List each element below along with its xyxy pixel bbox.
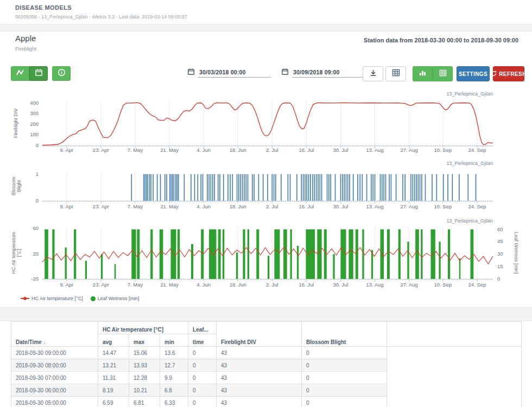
svg-text:10. Sep: 10. Sep xyxy=(434,204,452,209)
table-cell: 6.8 xyxy=(160,384,188,397)
table-cell: 43 xyxy=(217,372,302,384)
table-cell: 11.31 xyxy=(98,372,129,384)
table-cell: 0 xyxy=(302,397,387,407)
svg-text:16. Jul: 16. Jul xyxy=(299,204,314,209)
svg-text:30. Jul: 30. Jul xyxy=(333,282,348,288)
info-icon xyxy=(58,68,66,79)
svg-text:13. Aug: 13. Aug xyxy=(366,282,383,288)
svg-text:0: 0 xyxy=(497,276,500,282)
svg-text:24. Sep: 24. Sep xyxy=(468,282,486,288)
svg-text:27. Aug: 27. Aug xyxy=(401,204,418,209)
svg-text:9. Apr: 9. Apr xyxy=(60,204,73,209)
table-cell: 12.28 xyxy=(129,372,160,384)
settings-button-label: SETTINGS xyxy=(459,71,487,77)
svg-text:13. Aug: 13. Aug xyxy=(366,204,383,209)
info-button[interactable] xyxy=(52,66,71,81)
svg-text:Leaf Wetness [min]: Leaf Wetness [min] xyxy=(514,232,519,274)
model-title: Fireblight xyxy=(15,46,36,52)
blossom-blight-chart: 9. Apr23. Apr7. May21. May4. Jun18. Jun2… xyxy=(10,161,522,214)
table-cell: 0 xyxy=(188,347,217,359)
table-filler-cell xyxy=(387,347,522,407)
line-chart-icon xyxy=(16,68,24,79)
refresh-button-label: REFRESH xyxy=(499,71,527,77)
svg-text:18. Jun: 18. Jun xyxy=(230,282,246,288)
table-cell: 0 xyxy=(302,347,387,359)
table-icon xyxy=(439,69,447,79)
date-to-input[interactable]: 30/09/2018 09:00 xyxy=(292,67,365,78)
column-header-blossom[interactable]: Blossom Blight xyxy=(302,322,387,347)
legend-item-leaf-wetness[interactable]: Leaf Wetness [min] xyxy=(91,296,140,301)
table-cell: 2018-09-30 09:00:00 xyxy=(11,347,98,359)
settings-button[interactable]: SETTINGS xyxy=(457,66,490,81)
svg-text:60: 60 xyxy=(497,226,503,232)
table-cell: 43 xyxy=(217,384,302,397)
table-cell: 0 xyxy=(188,372,217,384)
legend-item-temperature[interactable]: HC Air temperature [°C] xyxy=(21,296,83,301)
svg-text:Fireblight DIV: Fireblight DIV xyxy=(13,109,18,138)
table-cell: 2018-09-30 06:00:00 xyxy=(11,384,98,397)
table-cell: 2018-09-30 07:00:00 xyxy=(11,372,98,384)
column-filler xyxy=(387,322,522,347)
svg-text:0: 0 xyxy=(36,142,39,148)
column-header-avg[interactable]: avg xyxy=(98,334,129,347)
date-from-input[interactable]: 30/03/2018 00:00 xyxy=(198,67,271,78)
svg-text:9. Apr: 9. Apr xyxy=(60,147,73,153)
table-cell: 12.7 xyxy=(160,359,188,372)
refresh-button[interactable]: REFRESH xyxy=(493,66,524,81)
table-cell: 13.6 xyxy=(160,347,188,359)
table-cell: 15.06 xyxy=(129,347,160,359)
svg-text:60: 60 xyxy=(33,225,39,231)
section-divider xyxy=(0,307,532,321)
download-button[interactable] xyxy=(363,66,383,81)
table-cell: 6.81 xyxy=(129,397,160,407)
chart-legend: HC Air temperature [°C] Leaf Wetness [mi… xyxy=(21,296,140,301)
table-view-toggle-button[interactable] xyxy=(433,66,453,81)
legend-label: HC Air temperature [°C] xyxy=(31,296,83,301)
date-to-field[interactable]: 30/09/2018 09:00 xyxy=(281,67,365,78)
svg-text:HC Air temperature: HC Air temperature xyxy=(11,232,16,274)
svg-text:7. May: 7. May xyxy=(128,147,143,153)
line-chart-view-button[interactable] xyxy=(11,66,29,81)
svg-text:30. Jul: 30. Jul xyxy=(333,204,348,209)
svg-text:7. May: 7. May xyxy=(128,282,143,288)
crop-title: Apple xyxy=(15,34,36,43)
svg-text:45: 45 xyxy=(497,238,503,244)
table-cell: 6.33 xyxy=(160,397,188,407)
column-group-leaf: Leaf... xyxy=(188,322,217,334)
table-cell: 8.19 xyxy=(98,384,129,397)
station-data-range: Station data from 2018-03-30 00:00 to 20… xyxy=(364,37,518,43)
column-header-min[interactable]: min xyxy=(160,334,188,347)
date-from-field[interactable]: 30/03/2018 00:00 xyxy=(187,67,271,78)
svg-text:2. Jul: 2. Jul xyxy=(266,282,278,288)
table-cell: 43 xyxy=(217,359,302,372)
fireblight-div-chart: 9. Apr23. Apr7. May21. May4. Jun18. Jun2… xyxy=(10,90,522,158)
svg-text:1: 1 xyxy=(36,171,39,177)
calendar-view-button[interactable] xyxy=(29,66,48,81)
column-header-label: Date/Time xyxy=(16,339,42,345)
svg-text:4. Jun: 4. Jun xyxy=(197,282,211,288)
column-header-datetime[interactable]: Date/Time↓ xyxy=(11,322,98,347)
table-cell: 10.21 xyxy=(129,384,160,397)
column-header-time[interactable]: time xyxy=(188,334,217,347)
svg-text:400: 400 xyxy=(30,100,39,106)
table-cell: 43 xyxy=(217,347,302,359)
data-table-button[interactable] xyxy=(385,66,406,81)
svg-text:18. Jun: 18. Jun xyxy=(230,204,246,209)
table-cell: 0 xyxy=(188,384,217,397)
svg-text:4. Jun: 4. Jun xyxy=(197,204,211,209)
table-cell: 0 xyxy=(302,384,387,397)
table-cell: 2018-09-30 08:00:00 xyxy=(11,359,98,372)
chart-view-toggle-button[interactable] xyxy=(413,66,433,81)
svg-text:27. Aug: 27. Aug xyxy=(401,147,418,153)
table-cell: 9.9 xyxy=(160,372,188,384)
svg-text:24. Sep: 24. Sep xyxy=(468,147,486,153)
column-header-fireblight[interactable]: Fireblight DIV xyxy=(217,322,302,347)
svg-text:15: 15 xyxy=(497,263,503,269)
svg-text:9. Apr: 9. Apr xyxy=(60,282,73,288)
svg-text:-20: -20 xyxy=(31,276,39,282)
svg-text:10. Sep: 10. Sep xyxy=(434,282,452,288)
svg-text:13_Perlepnica_Gjilan: 13_Perlepnica_Gjilan xyxy=(446,218,493,224)
svg-text:0: 0 xyxy=(36,198,39,204)
column-header-max[interactable]: max xyxy=(129,334,160,347)
table-cell: 43 xyxy=(217,397,302,407)
